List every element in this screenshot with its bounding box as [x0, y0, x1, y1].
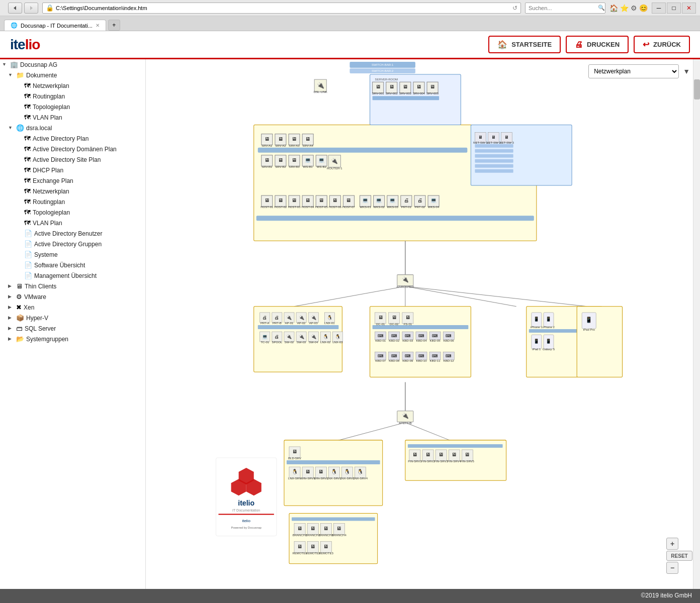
diagram-type-dropdown[interactable]: Netzwerkplan Routingplan Topologieplan V… [588, 64, 679, 78]
network-diagram: .node-label { font-size: 6px; fill: #333… [146, 59, 700, 589]
vertical-scrollbar[interactable] [693, 59, 700, 589]
svg-text:KBD-08: KBD-08 [389, 359, 400, 362]
sidebar-item-exchange-plan[interactable]: 🗺 Exchange Plan [0, 175, 145, 186]
expand-icon [16, 136, 22, 142]
close-button[interactable]: ✕ [682, 3, 696, 14]
sidebar-item-ad-benutzer[interactable]: 📄 Active Directory Benutzer [0, 228, 145, 239]
svg-text:HOST-02: HOST-02 [274, 206, 287, 209]
expand-icon [16, 252, 22, 258]
sidebar-item-ad-domaenen[interactable]: 🗺 Active Directory Domänen Plan [0, 144, 145, 154]
sidebar-item-ad-gruppen[interactable]: 📄 Active Directory Gruppen [0, 239, 145, 249]
xen-icon: ✖ [16, 304, 22, 311]
svg-text:💻: 💻 [318, 157, 325, 163]
browser-controls[interactable] [8, 3, 38, 14]
doc-icon: 🗺 [24, 177, 31, 184]
star-icon[interactable]: ⭐ [620, 4, 629, 12]
sidebar-item-hyper-v[interactable]: ▶ 📦 Hyper-V [0, 313, 145, 323]
svg-text:⌨: ⌨ [405, 354, 411, 358]
startseite-button[interactable]: 🏠 STARTSEITE [488, 36, 561, 53]
doc-icon: 📄 [24, 261, 32, 269]
back-button[interactable] [8, 3, 22, 14]
svg-marker-0 [14, 6, 16, 10]
sidebar-item-topologieplan-2[interactable]: 🗺 Topologieplan [0, 207, 145, 218]
svg-text:LNX-01: LNX-01 [324, 322, 335, 325]
svg-text:SRV-B3: SRV-B3 [289, 165, 300, 168]
sidebar-item-software-ubersicht[interactable]: 📄 Software Übersicht [0, 260, 145, 270]
tab-bar: 🌐 Docusnap - IT Documentati... ✕ + [0, 16, 700, 31]
settings-icon[interactable]: ⚙ [631, 4, 637, 12]
sidebar-item-vlan-plan-2[interactable]: 🗺 VLAN Plan [0, 218, 145, 228]
tab-docusnap[interactable]: 🌐 Docusnap - IT Documentati... ✕ [4, 20, 106, 31]
sidebar-item-systeme[interactable]: 📄 Systeme [0, 249, 145, 260]
sidebar-item-ad-site-plan[interactable]: 🗺 Active Directory Site Plan [0, 154, 145, 165]
scrollbar-thumb[interactable] [694, 79, 700, 99]
svg-text:HOST-03: HOST-03 [288, 206, 301, 209]
svg-text:HOST-05: HOST-05 [315, 206, 328, 209]
svg-text:🖥: 🖥 [336, 526, 341, 531]
svg-text:🔌: 🔌 [299, 315, 305, 321]
svg-text:🐧: 🐧 [323, 334, 329, 340]
search-input[interactable] [529, 5, 598, 11]
sidebar-item-label: Active Directory Gruppen [34, 241, 102, 248]
svg-text:🖥: 🖥 [346, 197, 351, 203]
svg-text:WKS-02: WKS-02 [373, 206, 385, 209]
sidebar-item-vlan-plan-1[interactable]: 🗺 VLAN Plan [0, 112, 145, 123]
emoji-icon[interactable]: 😊 [639, 4, 648, 12]
svg-marker-1 [30, 6, 33, 10]
address-input[interactable] [56, 5, 510, 11]
home-icon[interactable]: 🏠 [609, 4, 618, 12]
sidebar-item-vmware[interactable]: ▶ ⚙ VMware [0, 291, 145, 302]
sidebar-item-ad-plan[interactable]: 🗺 Active Directory Plan [0, 133, 145, 144]
startseite-label: STARTSEITE [511, 41, 552, 48]
svg-text:⌨: ⌨ [432, 354, 438, 358]
doc-icon: 🗺 [24, 166, 31, 174]
sidebar-item-label: VLAN Plan [33, 114, 62, 121]
window-buttons[interactable]: ─ □ ✕ [652, 3, 696, 14]
svg-text:🖥: 🖥 [465, 452, 470, 457]
sidebar-item-docusnap-ag[interactable]: ▼ 🏢 Docusnap AG [0, 59, 145, 70]
expand-icon [16, 231, 22, 237]
thin-client-icon: 🖥 [16, 282, 23, 290]
expand-icon: ▶ [8, 315, 14, 321]
refresh-button[interactable]: ↺ [512, 5, 517, 12]
doc-icon: 🗺 [24, 103, 31, 111]
sidebar-item-routingplan-1[interactable]: 🗺 Routingplan [0, 91, 145, 102]
sidebar-item-dhcp-plan[interactable]: 🗺 DHCP Plan [0, 165, 145, 175]
drucken-button[interactable]: 🖨 DRUCKEN [566, 36, 629, 53]
forward-button[interactable] [24, 3, 38, 14]
svg-text:KBD-07: KBD-07 [375, 359, 386, 362]
expand-icon [16, 104, 22, 110]
svg-text:🔌: 🔌 [317, 81, 325, 89]
sidebar-item-topologieplan-1[interactable]: 🗺 Topologieplan [0, 102, 145, 112]
svg-text:🖥: 🖥 [452, 452, 457, 457]
dropdown-arrow-icon[interactable]: ▼ [683, 67, 690, 75]
svg-text:SW-03: SW-03 [297, 341, 306, 344]
sidebar-item-xen[interactable]: ▶ ✖ Xen [0, 302, 145, 313]
sidebar-item-dokumente[interactable]: ▼ 📁 Dokumente [0, 70, 145, 80]
sidebar-item-systemgruppen[interactable]: ▶ 📂 Systemgruppen [0, 334, 145, 344]
zuruck-button[interactable]: ↩ ZURÜCK [634, 36, 690, 53]
zoom-reset-button[interactable]: RESET [666, 551, 692, 561]
expand-icon [16, 83, 22, 89]
doc-icon: 📄 [24, 272, 32, 279]
sidebar-item-netzwerkplan-1[interactable]: 🗺 Netzwerkplan [0, 80, 145, 91]
new-tab-button[interactable]: + [108, 20, 120, 31]
svg-text:🖥: 🖥 [292, 136, 297, 142]
sidebar-item-netzwerkplan-2[interactable]: 🗺 Netzwerkplan [0, 186, 145, 196]
sidebar-item-thin-clients[interactable]: ▶ 🖥 Thin Clients [0, 281, 145, 291]
sidebar-item-sql-server[interactable]: ▶ 🗃 SQL Server [0, 323, 145, 334]
sidebar-item-label: Netzwerkplan [33, 82, 69, 89]
sidebar-item-label: VMware [24, 293, 46, 300]
svg-rect-276 [292, 517, 375, 521]
sidebar-item-routingplan-2[interactable]: 🗺 Routingplan [0, 196, 145, 207]
maximize-button[interactable]: □ [667, 3, 681, 14]
tab-close-button[interactable]: ✕ [96, 23, 100, 28]
svg-text:SRV-003: SRV-003 [399, 92, 412, 95]
minimize-button[interactable]: ─ [652, 3, 666, 14]
sidebar-item-management-ubersicht[interactable]: 📄 Management Übersicht [0, 270, 145, 281]
svg-rect-96 [258, 148, 468, 153]
sidebar-item-dsra-local[interactable]: ▼ 🌐 dsra.local [0, 123, 145, 133]
svg-text:PRT-02: PRT-02 [415, 206, 425, 209]
zoom-out-button[interactable]: − [666, 562, 678, 574]
zoom-in-button[interactable]: + [666, 538, 678, 550]
